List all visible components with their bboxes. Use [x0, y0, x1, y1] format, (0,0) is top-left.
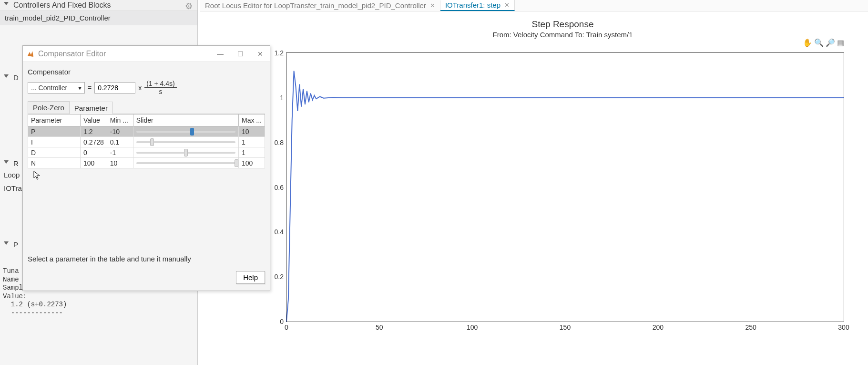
dialog-title: Compensator Editor [38, 50, 214, 58]
matlab-logo-icon [27, 50, 34, 58]
step-curve [286, 53, 844, 322]
x-tick: 200 [653, 322, 664, 331]
table-row[interactable]: N10010100 [28, 158, 265, 168]
dialog-body: Compensator ... Controller ▾ = x (1 + 4.… [23, 62, 270, 172]
col-slider[interactable]: Slider [133, 115, 238, 126]
param-max[interactable]: 1 [239, 137, 265, 147]
controller-combo[interactable]: ... Controller ▾ [28, 82, 85, 94]
param-min[interactable]: -1 [107, 147, 133, 158]
param-slider[interactable] [133, 147, 238, 158]
col-min[interactable]: Min ... [107, 115, 133, 126]
tab-label: Root Locus Editor for LoopTransfer_train… [205, 1, 426, 10]
plot-toolbar: ✋ 🔍 🔎 ▦ [803, 38, 844, 47]
zoom-in-icon[interactable]: 🔍 [814, 38, 824, 47]
maximize-button[interactable]: ☐ [235, 50, 246, 58]
chevron-down-icon [4, 74, 9, 78]
param-min[interactable]: 10 [107, 158, 133, 168]
formula-row: ... Controller ▾ = x (1 + 4.4s) s [28, 80, 265, 95]
axes[interactable]: 00.20.40.60.811.2050100150200250300 [286, 52, 844, 322]
pan-icon[interactable]: ✋ [803, 38, 812, 47]
param-slider[interactable] [133, 126, 238, 137]
gear-icon[interactable]: ⚙ [185, 1, 193, 11]
controller-item[interactable]: train_model_pid2_PID_Controller [0, 10, 197, 25]
tab-iotransfer[interactable]: IOTransfer1: step ✕ [440, 0, 515, 11]
plot-title: Step Response [267, 19, 858, 30]
section-label-d: D [13, 73, 19, 82]
multiply-sign: x [138, 84, 142, 92]
param-value[interactable]: 100 [81, 158, 107, 168]
tabset: Pole-Zero Parameter [28, 101, 265, 114]
denominator: s [157, 88, 164, 95]
section-label-r: R [13, 159, 19, 167]
col-value[interactable]: Value [81, 115, 107, 126]
compensator-editor-dialog: Compensator Editor — ☐ ✕ Compensator ...… [22, 45, 270, 291]
tab-parameter[interactable]: Parameter [69, 102, 113, 114]
chevron-down-icon [4, 160, 9, 164]
plot-subtitle: From: Velocity Command To: Train system/… [267, 31, 858, 39]
loop-item[interactable]: Loop [4, 171, 20, 179]
param-name: I [28, 137, 81, 147]
window-buttons: — ☐ ✕ [214, 50, 266, 58]
grid-icon[interactable]: ▦ [837, 38, 844, 47]
param-max[interactable]: 1 [239, 147, 265, 158]
y-tick: 1 [280, 94, 286, 102]
close-button[interactable]: ✕ [255, 50, 266, 58]
plot-area: Step Response From: Velocity Command To:… [267, 19, 858, 355]
x-tick: 250 [745, 322, 756, 331]
section-label-p: P [13, 240, 18, 249]
y-tick: 0.2 [275, 273, 286, 281]
tab-root-locus[interactable]: Root Locus Editor for LoopTransfer_train… [200, 0, 440, 10]
close-icon[interactable]: ✕ [504, 1, 510, 9]
x-tick: 0 [285, 322, 288, 331]
chevron-down-icon [4, 2, 9, 5]
y-tick: 0.4 [275, 228, 286, 236]
chevron-down-icon [4, 241, 9, 245]
main-tabs: Root Locus Editor for LoopTransfer_train… [200, 0, 868, 11]
param-min[interactable]: 0.1 [107, 137, 133, 147]
table-row[interactable]: I0.27280.11 [28, 137, 265, 147]
panel-header-label: Controllers And Fixed Blocks [13, 1, 111, 10]
param-max[interactable]: 100 [239, 158, 265, 168]
close-icon[interactable]: ✕ [430, 2, 435, 9]
param-max[interactable]: 10 [239, 126, 265, 137]
param-min[interactable]: -10 [107, 126, 133, 137]
table-row[interactable]: D0-11 [28, 147, 265, 158]
tab-label: IOTransfer1: step [445, 1, 500, 9]
compensator-label: Compensator [28, 66, 265, 80]
table-row[interactable]: P1.2-1010 [28, 126, 265, 137]
zoom-out-icon[interactable]: 🔎 [826, 38, 835, 47]
gain-input[interactable] [94, 82, 135, 94]
param-name: P [28, 126, 81, 137]
equals-sign: = [88, 84, 92, 92]
iotransfer-item[interactable]: IOTra [4, 184, 22, 192]
parameter-table: Parameter Value Min ... Slider Max ... P… [28, 114, 265, 168]
combo-label: ... Controller [31, 84, 67, 92]
param-value[interactable]: 0.2728 [81, 137, 107, 147]
col-parameter[interactable]: Parameter [28, 115, 81, 126]
y-tick: 0.6 [275, 184, 286, 191]
param-slider[interactable] [133, 137, 238, 147]
y-tick: 0.8 [275, 139, 286, 146]
param-slider[interactable] [133, 158, 238, 168]
hint-text: Select a parameter in the table and tune… [28, 255, 191, 263]
help-button[interactable]: Help [236, 271, 265, 284]
controllers-header[interactable]: Controllers And Fixed Blocks ⚙ [0, 0, 197, 10]
tab-pole-zero[interactable]: Pole-Zero [28, 101, 70, 114]
minimize-button[interactable]: — [214, 50, 226, 58]
param-value[interactable]: 1.2 [81, 126, 107, 137]
x-tick: 150 [560, 322, 571, 331]
x-tick: 50 [376, 322, 383, 331]
x-tick: 100 [467, 322, 478, 331]
param-value[interactable]: 0 [81, 147, 107, 158]
chevron-down-icon: ▾ [78, 84, 82, 92]
param-name: N [28, 158, 81, 168]
y-tick: 1.2 [275, 49, 286, 57]
transfer-fraction: (1 + 4.4s) s [144, 80, 177, 95]
col-max[interactable]: Max ... [239, 115, 265, 126]
titlebar[interactable]: Compensator Editor — ☐ ✕ [23, 46, 270, 62]
x-tick: 300 [838, 322, 849, 331]
numerator: (1 + 4.4s) [144, 80, 177, 88]
param-name: D [28, 147, 81, 158]
